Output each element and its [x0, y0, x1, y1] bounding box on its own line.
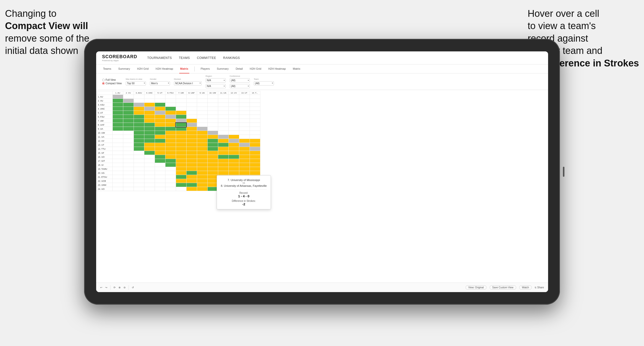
cell-18-6[interactable]	[165, 163, 176, 167]
cell-13-6[interactable]	[165, 143, 176, 147]
cell-19-5[interactable]	[155, 167, 165, 171]
cell-19-2[interactable]	[123, 167, 134, 171]
cell-13-3[interactable]	[134, 143, 144, 147]
cell-20-10[interactable]	[207, 171, 218, 175]
cell-8-10[interactable]	[207, 123, 218, 127]
cell-3-12[interactable]	[228, 103, 239, 107]
cell-11-13[interactable]	[239, 135, 250, 139]
cell-2-7[interactable]	[176, 99, 186, 103]
cell-20-11[interactable]	[218, 171, 228, 175]
cell-24-3[interactable]	[134, 187, 144, 191]
matrix-area[interactable]: 1. AU 2. VU 3. ASU 4. UNC 5. UT 6. FSU 7…	[96, 90, 548, 283]
cell-22-9[interactable]	[197, 179, 207, 183]
cell-4-8[interactable]	[186, 107, 197, 111]
cell-19-3[interactable]	[134, 167, 144, 171]
refresh-button[interactable]: ⟳	[113, 286, 115, 289]
cell-10-6[interactable]	[165, 131, 176, 135]
cell-14-5[interactable]	[155, 147, 165, 151]
cell-3-4[interactable]	[144, 103, 155, 107]
cell-5-2[interactable]	[123, 111, 134, 115]
cell-19-9[interactable]	[197, 167, 207, 171]
cell-13-4[interactable]	[144, 143, 155, 147]
cell-4-2[interactable]	[123, 107, 134, 111]
cell-22-10[interactable]	[207, 179, 218, 183]
cell-24-6[interactable]	[165, 187, 176, 191]
cell-21-10[interactable]	[207, 175, 218, 179]
tab-matrix-left[interactable]: Matrix	[179, 64, 189, 73]
cell-4-11[interactable]	[218, 107, 228, 111]
cell-4-5[interactable]	[155, 107, 165, 111]
cell-5-4[interactable]	[144, 111, 155, 115]
cell-15-10[interactable]	[207, 151, 218, 155]
cell-12-3[interactable]	[134, 139, 144, 143]
cell-23-10[interactable]	[207, 183, 218, 187]
cell-19-6[interactable]	[165, 167, 176, 171]
cell-5-9[interactable]	[197, 111, 207, 115]
cell-17-11[interactable]	[218, 159, 228, 163]
cell-19-7[interactable]	[176, 167, 186, 171]
cell-10-11[interactable]	[218, 131, 228, 135]
cell-17-5[interactable]	[155, 159, 165, 163]
cell-7-13[interactable]	[239, 119, 250, 123]
cell-2-4[interactable]	[144, 99, 155, 103]
cell-1-7[interactable]	[176, 95, 186, 99]
cell-16-7[interactable]	[176, 155, 186, 159]
cell-1-10[interactable]	[207, 95, 218, 99]
cell-17-12[interactable]	[228, 159, 239, 163]
cell-7-12[interactable]	[228, 119, 239, 123]
cell-16-12[interactable]	[228, 155, 239, 159]
cell-20-7[interactable]	[176, 171, 186, 175]
cell-13-1[interactable]	[112, 143, 123, 147]
tab-players[interactable]: Players	[200, 64, 211, 73]
zoom-out-button[interactable]: ⊖	[124, 286, 126, 289]
cell-14-4[interactable]	[144, 147, 155, 151]
cell-2-13[interactable]	[239, 99, 250, 103]
cell-19-10[interactable]	[207, 167, 218, 171]
cell-21-1[interactable]	[112, 175, 123, 179]
cell-9-1[interactable]	[112, 127, 123, 131]
cell-24-2[interactable]	[123, 187, 134, 191]
cell-9-13[interactable]	[239, 127, 250, 131]
cell-9-4[interactable]	[144, 127, 155, 131]
cell-15-9[interactable]	[197, 151, 207, 155]
cell-19-4[interactable]	[144, 167, 155, 171]
cell-22-3[interactable]	[134, 179, 144, 183]
max-teams-select[interactable]: Top 50 Top 25 All	[126, 81, 146, 85]
cell-3-5[interactable]	[155, 103, 165, 107]
cell-7-4[interactable]	[144, 119, 155, 123]
cell-3-6[interactable]	[165, 103, 176, 107]
cell-12-1[interactable]	[112, 139, 123, 143]
tab-players-matrix[interactable]: Matrix	[292, 64, 301, 73]
cell-18-8[interactable]	[186, 163, 197, 167]
cell-15-14[interactable]	[250, 151, 260, 155]
cell-3-10[interactable]	[207, 103, 218, 107]
cell-8-13[interactable]	[239, 123, 250, 127]
cell-13-11[interactable]	[218, 143, 228, 147]
cell-13-2[interactable]	[123, 143, 134, 147]
cell-18-10[interactable]	[207, 163, 218, 167]
cell-10-5[interactable]	[155, 131, 165, 135]
cell-7-1[interactable]	[112, 119, 123, 123]
cell-6-2[interactable]	[123, 115, 134, 119]
cell-18-4[interactable]	[144, 163, 155, 167]
cell-22-5[interactable]	[155, 179, 165, 183]
cell-23-1[interactable]	[112, 183, 123, 187]
cell-11-1[interactable]	[112, 135, 123, 139]
cell-4-6[interactable]	[165, 107, 176, 111]
cell-8-4[interactable]	[144, 123, 155, 127]
cell-16-1[interactable]	[112, 155, 123, 159]
cell-1-11[interactable]	[218, 95, 228, 99]
cell-1-6[interactable]	[165, 95, 176, 99]
cell-19-11[interactable]	[218, 167, 228, 171]
cell-3-11[interactable]	[218, 103, 228, 107]
cell-14-11[interactable]	[218, 147, 228, 151]
cell-9-6[interactable]	[165, 127, 176, 131]
cell-10-8[interactable]	[186, 131, 197, 135]
cell-4-3[interactable]	[134, 107, 144, 111]
cell-17-8[interactable]	[186, 159, 197, 163]
reset-button[interactable]: ↺	[132, 286, 134, 289]
cell-8-1[interactable]	[112, 123, 123, 127]
cell-5-1[interactable]	[112, 111, 123, 115]
division-select[interactable]: NCAA Division I NCAA Division II NCAA Di…	[174, 81, 202, 85]
cell-10-2[interactable]	[123, 131, 134, 135]
